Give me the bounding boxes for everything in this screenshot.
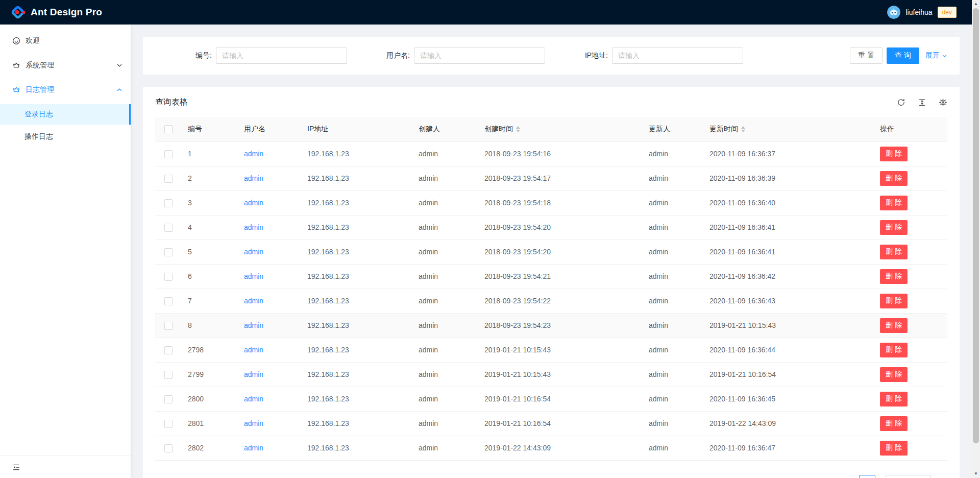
select-all-checkbox[interactable] xyxy=(164,125,173,133)
setting-icon[interactable] xyxy=(939,98,947,107)
delete-button[interactable]: 删 除 xyxy=(880,245,908,259)
cell-created-time: 2019-01-21 10:16:54 xyxy=(476,387,641,411)
cell-created-time: 2018-09-23 19:54:21 xyxy=(476,264,641,289)
user-avatar[interactable] xyxy=(887,6,900,19)
row-checkbox[interactable] xyxy=(164,371,173,379)
cell-ip: 192.168.1.23 xyxy=(299,436,410,460)
cell-id: 2802 xyxy=(180,436,236,460)
reset-button[interactable]: 重 置 xyxy=(850,47,883,64)
reload-icon[interactable] xyxy=(897,98,905,107)
delete-button[interactable]: 删 除 xyxy=(880,294,908,308)
search-form-card: 编号: 用户名: IP地址: 重 置 查 询 展开 xyxy=(143,37,960,75)
username-link[interactable]: admin xyxy=(244,150,263,158)
sidebar-item-label: 欢迎 xyxy=(26,36,40,45)
username-link[interactable]: admin xyxy=(244,346,263,354)
scroll-up-arrow[interactable]: ▲ xyxy=(972,0,980,8)
delete-button[interactable]: 删 除 xyxy=(880,367,908,382)
sorter-icon[interactable] xyxy=(741,126,745,132)
cell-ip: 192.168.1.23 xyxy=(299,141,410,166)
row-checkbox[interactable] xyxy=(164,248,173,256)
table-row: 8 admin 192.168.1.23 admin 2018-09-23 19… xyxy=(155,313,947,338)
username-link[interactable]: admin xyxy=(244,223,263,231)
row-checkbox[interactable] xyxy=(164,346,173,354)
delete-button[interactable]: 删 除 xyxy=(880,269,908,284)
cell-updater: admin xyxy=(641,215,701,240)
delete-button[interactable]: 删 除 xyxy=(880,318,908,333)
column-header-updated-time[interactable]: 更新时间 xyxy=(701,117,872,141)
row-checkbox[interactable] xyxy=(164,199,173,207)
column-header-created-time[interactable]: 创建时间 xyxy=(476,117,641,141)
username-link[interactable]: admin xyxy=(244,248,263,256)
data-table: 编号 用户名 IP地址 创建人 创建时间 更新人 xyxy=(155,117,947,461)
row-checkbox[interactable] xyxy=(164,224,173,232)
cell-updated-time: 2020-11-09 16:36:39 xyxy=(701,166,872,190)
table-header-row: 编号 用户名 IP地址 创建人 创建时间 更新人 xyxy=(155,117,947,141)
column-header-username[interactable]: 用户名 xyxy=(236,117,299,141)
id-field-input[interactable] xyxy=(216,47,347,64)
pagination-page-1[interactable] xyxy=(859,475,875,478)
row-checkbox[interactable] xyxy=(164,150,173,158)
row-checkbox[interactable] xyxy=(164,395,173,403)
column-header-updater[interactable]: 更新人 xyxy=(641,117,701,141)
cell-id: 2799 xyxy=(180,362,236,387)
delete-button[interactable]: 删 除 xyxy=(880,392,908,407)
cell-ip: 192.168.1.23 xyxy=(299,411,410,436)
ip-field-label: IP地址: xyxy=(557,51,612,60)
user-name[interactable]: liufeihua xyxy=(905,8,932,16)
table-toolbar-icons xyxy=(897,98,947,107)
username-link[interactable]: admin xyxy=(244,297,263,305)
cell-creator: admin xyxy=(410,338,476,362)
row-checkbox[interactable] xyxy=(164,444,173,452)
cell-creator: admin xyxy=(410,362,476,387)
delete-button[interactable]: 删 除 xyxy=(880,343,908,357)
username-link[interactable]: admin xyxy=(244,370,263,378)
row-checkbox[interactable] xyxy=(164,420,173,428)
username-link[interactable]: admin xyxy=(244,444,263,452)
sidebar-item-operation-log[interactable]: 操作日志 xyxy=(0,127,131,147)
sidebar-item-log-management[interactable]: 日志管理 xyxy=(0,80,131,100)
delete-button[interactable]: 删 除 xyxy=(880,171,908,186)
column-header-creator[interactable]: 创建人 xyxy=(410,117,476,141)
username-link[interactable]: admin xyxy=(244,321,263,329)
username-field-input[interactable] xyxy=(414,47,545,64)
sidebar-item-welcome[interactable]: 欢迎 xyxy=(0,31,131,51)
delete-button[interactable]: 删 除 xyxy=(880,416,908,431)
vertical-scrollbar[interactable]: ▲ ▼ xyxy=(972,0,980,478)
row-checkbox[interactable] xyxy=(164,322,173,330)
column-height-icon[interactable] xyxy=(918,98,926,107)
delete-button[interactable]: 删 除 xyxy=(880,196,908,210)
username-link[interactable]: admin xyxy=(244,419,263,427)
sidebar-item-system-management[interactable]: 系统管理 xyxy=(0,55,131,76)
cell-id: 2800 xyxy=(180,387,236,411)
username-link[interactable]: admin xyxy=(244,272,263,280)
delete-button[interactable]: 删 除 xyxy=(880,220,908,235)
username-link[interactable]: admin xyxy=(244,174,263,182)
chevron-up-icon xyxy=(116,87,122,93)
pagination-page-size-select[interactable] xyxy=(886,475,930,478)
expand-toggle[interactable]: 展开 xyxy=(925,51,947,60)
cell-ip: 192.168.1.23 xyxy=(299,215,410,240)
column-header-ip[interactable]: IP地址 xyxy=(299,117,410,141)
sorter-icon[interactable] xyxy=(516,126,520,132)
menu-fold-icon[interactable] xyxy=(12,463,20,471)
row-checkbox[interactable] xyxy=(164,175,173,183)
query-button[interactable]: 查 询 xyxy=(887,47,919,64)
logo-area[interactable]: Ant Design Pro xyxy=(10,5,102,20)
username-link[interactable]: admin xyxy=(244,395,263,403)
row-checkbox[interactable] xyxy=(164,273,173,281)
cell-updated-time: 2020-11-09 16:36:42 xyxy=(701,264,872,289)
cell-updater: admin xyxy=(641,338,701,362)
cell-ip: 192.168.1.23 xyxy=(299,190,410,215)
ip-field-input[interactable] xyxy=(612,47,743,64)
scrollbar-thumb[interactable] xyxy=(973,8,979,443)
table-row: 7 admin 192.168.1.23 admin 2018-09-23 19… xyxy=(155,289,947,313)
row-checkbox[interactable] xyxy=(164,297,173,305)
username-link[interactable]: admin xyxy=(244,199,263,207)
sidebar-item-login-log[interactable]: 登录日志 xyxy=(0,104,131,125)
column-header-id[interactable]: 编号 xyxy=(180,117,236,141)
delete-button[interactable]: 删 除 xyxy=(880,441,908,456)
scroll-down-arrow[interactable]: ▼ xyxy=(972,470,980,478)
cell-updater: admin xyxy=(641,289,701,313)
table-row: 6 admin 192.168.1.23 admin 2018-09-23 19… xyxy=(155,264,947,289)
delete-button[interactable]: 删 除 xyxy=(880,147,908,161)
